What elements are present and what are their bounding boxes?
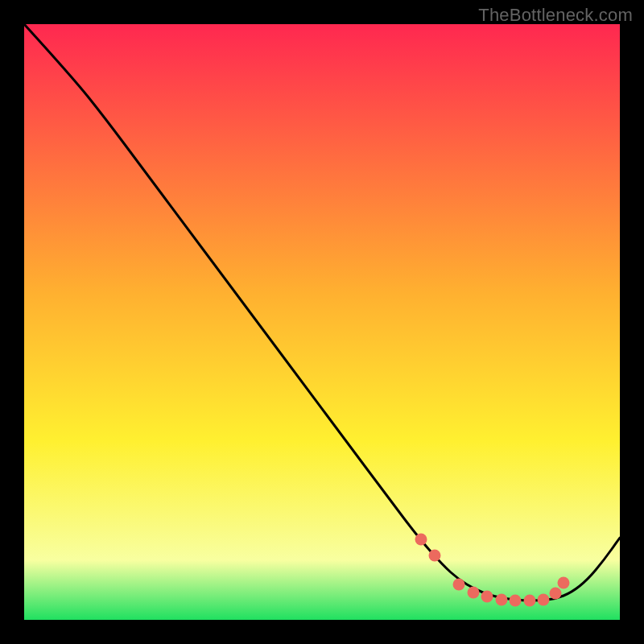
curve-marker bbox=[496, 594, 508, 606]
curve-marker bbox=[550, 588, 562, 600]
curve-marker bbox=[558, 577, 570, 589]
plot-svg bbox=[24, 24, 620, 620]
chart-frame: TheBottleneck.com bbox=[0, 0, 644, 644]
curve-marker bbox=[415, 534, 427, 546]
curve-marker bbox=[510, 595, 522, 607]
curve-marker bbox=[481, 591, 493, 603]
plot-area bbox=[24, 24, 620, 620]
gradient-bg bbox=[24, 24, 620, 620]
curve-marker bbox=[453, 579, 465, 591]
curve-marker bbox=[429, 550, 441, 562]
curve-marker bbox=[538, 594, 550, 606]
curve-marker bbox=[468, 587, 480, 599]
watermark-text: TheBottleneck.com bbox=[478, 5, 633, 26]
curve-marker bbox=[524, 595, 536, 607]
